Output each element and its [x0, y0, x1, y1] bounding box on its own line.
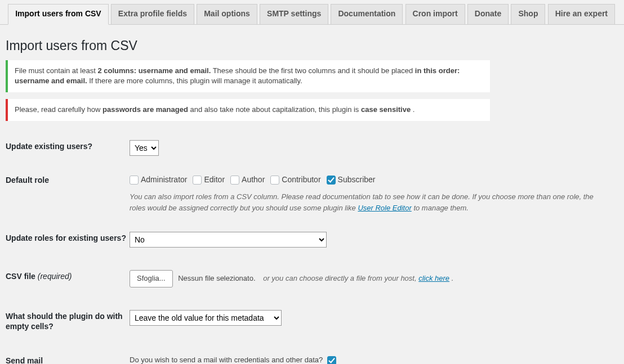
select-empty-cells[interactable]: Leave the old value for this metadata	[130, 310, 282, 326]
role-option-subscriber[interactable]: Subscriber	[327, 174, 376, 186]
label-csv-file: CSV file (required)	[6, 270, 130, 282]
notice-text: Please, read carefully how	[15, 105, 102, 114]
notice-bold: passwords are managed	[102, 105, 188, 114]
page-body: Import users from CSV File must contain …	[0, 25, 624, 364]
checkbox-role-editor[interactable]	[193, 176, 202, 185]
select-update-existing[interactable]: Yes	[130, 140, 159, 156]
notice-text: These should be the first two columns an…	[213, 66, 415, 75]
checkbox-role-administrator[interactable]	[130, 176, 139, 185]
label-send-mail: Send mail	[6, 354, 130, 364]
row-update-existing: Update existing users? Yes	[6, 128, 618, 161]
role-checkbox-group: AdministratorEditorAuthorContributorSubs…	[130, 174, 618, 188]
row-csv-file: CSV file (required) Sfoglia... Nessun fi…	[6, 253, 618, 293]
file-hint: or you can choose directly a file from y…	[263, 274, 453, 282]
tab-import-users-from-csv[interactable]: Import users from CSV	[8, 4, 108, 25]
mail-q1: Do you wish to send a mail with credenti…	[130, 354, 618, 364]
notice-bold: 2 columns: username and email.	[97, 66, 211, 75]
row-empty-cells: What should the plugin do with empty cel…	[6, 293, 618, 338]
label-default-role: Default role	[6, 174, 130, 186]
notice-bold: case sensitive	[361, 105, 411, 114]
link-user-role-editor[interactable]: User Role Editor	[358, 204, 411, 212]
notice-text: File must contain at least	[15, 66, 97, 75]
tab-smtp-settings[interactable]: SMTP settings	[260, 4, 328, 24]
notice-warning-passwords: Please, read carefully how passwords are…	[6, 99, 490, 121]
checkbox-role-author[interactable]	[230, 176, 239, 185]
link-choose-from-host[interactable]: click here	[418, 274, 449, 282]
file-status-text: Nessun file selezionato.	[178, 274, 255, 282]
row-send-mail: Send mail Do you wish to send a mail wit…	[6, 338, 618, 364]
row-default-role: Default role AdministratorEditorAuthorCo…	[6, 161, 618, 219]
role-option-administrator[interactable]: Administrator	[130, 174, 187, 186]
tab-documentation[interactable]: Documentation	[331, 4, 403, 24]
notice-text: If there are more columns, this plugin w…	[89, 77, 302, 85]
tab-extra-profile-fields[interactable]: Extra profile fields	[111, 4, 194, 24]
notice-text: and also take note about capitalization,…	[190, 105, 361, 114]
tab-hire-an-expert[interactable]: Hire an expert	[548, 4, 615, 24]
label-update-existing: Update existing users?	[6, 140, 130, 152]
checkbox-role-subscriber[interactable]	[327, 176, 336, 185]
checkbox-send-mail-credentials[interactable]	[327, 356, 336, 364]
tab-bar: Import users from CSVExtra profile field…	[0, 0, 624, 25]
role-option-editor[interactable]: Editor	[193, 174, 225, 186]
label-empty-cells: What should the plugin do with empty cel…	[6, 310, 130, 332]
checkbox-role-contributor[interactable]	[270, 176, 279, 185]
row-update-roles: Update roles for existing users? No	[6, 219, 618, 253]
role-option-author[interactable]: Author	[230, 174, 265, 186]
tab-mail-options[interactable]: Mail options	[197, 4, 257, 24]
notice-text: .	[413, 105, 415, 114]
tab-cron-import[interactable]: Cron import	[405, 4, 465, 24]
label-update-roles: Update roles for existing users?	[6, 232, 130, 244]
select-update-roles[interactable]: No	[130, 232, 327, 248]
page-title: Import users from CSV	[6, 38, 618, 53]
tab-shop[interactable]: Shop	[511, 4, 545, 24]
roles-desc: You can also import roles from a CSV col…	[130, 191, 597, 214]
tab-donate[interactable]: Donate	[467, 4, 509, 24]
notice-info-columns: File must contain at least 2 columns: us…	[6, 60, 490, 93]
role-option-contributor[interactable]: Contributor	[270, 174, 320, 186]
file-browse-button[interactable]: Sfoglia...	[130, 270, 173, 287]
